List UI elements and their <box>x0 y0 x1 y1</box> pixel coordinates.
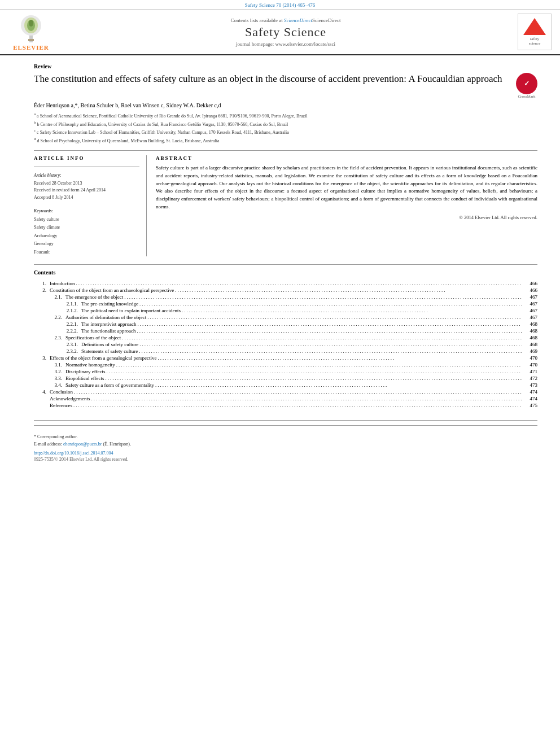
toc-entry-3: 3. Effects of the object from a genealog… <box>34 355 537 361</box>
contents-section: Contents 1. Introduction ...............… <box>34 264 537 409</box>
toc-entry-2-1-1: 2.1.1. The pre-existing knowledge ......… <box>34 300 537 307</box>
toc-entry-2-3-2: 2.3.2. Statements of safety culture ....… <box>34 348 537 355</box>
keyword-5: Foucault <box>34 248 139 256</box>
safety-science-logo: safetyscience <box>515 13 554 51</box>
toc-entry-2-2-1: 2.2.1. The interpretivist approach .....… <box>34 321 537 327</box>
journal-title: Safety Science <box>245 25 326 40</box>
toc-list: 1. Introduction ........................… <box>34 280 537 409</box>
issn-line: 0925-7535/© 2014 Elsevier Ltd. All right… <box>34 457 537 462</box>
paper-title: The constitution and effects of safety c… <box>34 73 508 86</box>
journal-info-center: Contents lists available at ScienceDirec… <box>61 13 510 51</box>
corresponding-author-note: * Corresponding author. <box>34 434 537 441</box>
journal-header: ELSEVIER Contents lists available at Sci… <box>0 10 560 55</box>
affiliations-block: a a School of Aeronautical Science, Pont… <box>34 111 537 145</box>
toc-entry-2-3: 2.3. Specifications of the object ......… <box>34 334 537 341</box>
svg-point-4 <box>29 20 33 27</box>
toc-entry-3-1: 3.1. Normative homogeneity .............… <box>34 361 537 368</box>
crossmark-icon: ✓ <box>516 73 537 94</box>
contents-title: Contents <box>34 269 537 276</box>
toc-entry-2-2: 2.2. Authorities of delimitation of the … <box>34 314 537 321</box>
article-history-label: Article history: <box>34 173 139 178</box>
elsevier-logo: ELSEVIER <box>6 13 56 51</box>
toc-entry-1: 1. Introduction ........................… <box>34 280 537 287</box>
toc-entry-3-2: 3.2. Disciplinary effects ..............… <box>34 368 537 375</box>
toc-entry-ref: References .............................… <box>34 402 537 409</box>
keyword-4: Genealogy <box>34 240 139 248</box>
abstract-header: ABSTRACT <box>156 155 537 161</box>
received-date: Received 28 October 2013 <box>34 180 139 187</box>
article-info-header: ARTICLE INFO <box>34 155 139 161</box>
affiliation-d: d d School of Psychology, University of … <box>34 136 537 145</box>
article-info-column: ARTICLE INFO Article history: Received 2… <box>34 155 147 256</box>
abstract-column: ABSTRACT Safety culture is part of a lar… <box>156 155 537 256</box>
keyword-1: Safety culture <box>34 216 139 224</box>
affiliation-a: a a School of Aeronautical Science, Pont… <box>34 111 537 120</box>
affiliation-c: c c Safety Science Innovation Lab – Scho… <box>34 128 537 136</box>
keywords-list: Safety culture Safety climate Archaeolog… <box>34 216 139 256</box>
doi-link[interactable]: http://dx.doi.org/10.1016/j.ssci.2014.07… <box>34 451 537 456</box>
toc-entry-4: 4. Conclusion ..........................… <box>34 388 537 395</box>
keyword-3: Archaeology <box>34 232 139 240</box>
copyright-line: © 2014 Elsevier Ltd. All rights reserved… <box>156 215 537 220</box>
toc-entry-3-3: 3.3. Biopolitical effects ..............… <box>34 375 537 382</box>
toc-entry-2-2-2: 2.2.2. The functionalist approach ......… <box>34 327 537 334</box>
crossmark-badge: ✓ CrossMark <box>516 73 537 99</box>
toc-entry-ack: Acknowledgements .......................… <box>34 395 537 402</box>
keywords-section: Keywords: Safety culture Safety climate … <box>34 208 139 256</box>
authors-line: Éder Henriqson a,*, Betina Schuler b, Ro… <box>34 102 537 108</box>
toc-entry-2-1-2: 2.1.2. The political need to explain imp… <box>34 307 537 314</box>
revised-date: Received in revised form 24 April 2014 <box>34 187 139 194</box>
toc-entry-2-1: 2.1. The emergence of the object .......… <box>34 294 537 300</box>
toc-entry-2-3-1: 2.3.1. Definitions of safety culture ...… <box>34 341 537 348</box>
ss-triangle-icon <box>523 18 546 35</box>
article-content: Review The constitution and effects of s… <box>0 55 560 466</box>
email-line: E-mail address: ehenriqson@pucrs.br (É. … <box>34 441 537 448</box>
author-email[interactable]: ehenriqson@pucrs.br <box>63 442 102 447</box>
accepted-date: Accepted 8 July 2014 <box>34 194 139 202</box>
toc-entry-3-4: 3.4. Safety culture as a form of governm… <box>34 382 537 388</box>
keyword-2: Safety climate <box>34 224 139 231</box>
affiliation-b: b b Centre of Philosophy and Education, … <box>34 120 537 128</box>
journal-reference: Safety Science 70 (2014) 465–476 <box>0 0 560 10</box>
keywords-label: Keywords: <box>34 208 139 213</box>
elsevier-wordmark: ELSEVIER <box>13 44 49 51</box>
toc-entry-2: 2. Constitution of the object from an ar… <box>34 287 537 294</box>
article-meta-section: ARTICLE INFO Article history: Received 2… <box>34 150 537 256</box>
abstract-text: Safety culture is part of a larger discu… <box>156 164 537 212</box>
section-type-label: Review <box>34 63 537 69</box>
journal-homepage: journal homepage: www.elsevier.com/locat… <box>236 41 335 47</box>
sciencedirect-line: Contents lists available at ScienceDirec… <box>230 18 340 23</box>
svg-rect-5 <box>28 39 34 41</box>
footnote-section: * Corresponding author. E-mail address: … <box>34 420 537 462</box>
